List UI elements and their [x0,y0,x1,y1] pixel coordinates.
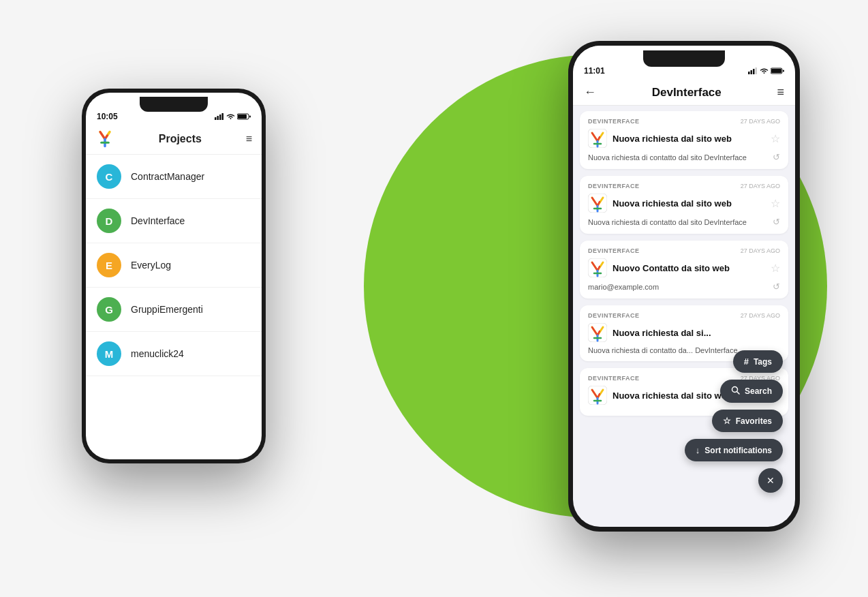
project-avatar-2: E [97,253,121,277]
list-item[interactable]: D DevInterface [86,199,262,243]
phone-right-screen: 11:01 [573,46,795,527]
notif-meta-2: DEVINTERFACE 27 DAYS AGO [588,247,780,254]
status-time-right: 11:01 [584,66,605,76]
fab-tags-label: Tags [754,357,772,367]
list-item[interactable]: E EveryLog [86,243,262,288]
star-icon: ☆ [723,416,731,426]
notif-title-2: Nuovo Contatto da sito web [613,263,765,273]
battery-icon-left [237,113,251,120]
list-item[interactable]: M menuclick24 [86,332,262,376]
search-icon [731,386,740,397]
fab-search-label: Search [745,386,772,396]
fab-favorites-button[interactable]: ☆ Favorites [712,410,783,432]
project-name-1: DevInterface [131,215,185,226]
app-logo-icon-left [95,129,114,149]
notif-time-0: 27 DAYS AGO [741,118,780,125]
phone-left-screen: 10:05 [86,93,262,459]
notif-title-1: Nuova richiesta dal sito web [613,198,765,209]
fab-close-button[interactable]: ✕ [758,468,783,493]
svg-rect-6 [249,116,251,118]
header-title-right: DevInterface [652,86,722,99]
svg-rect-14 [783,70,784,72]
back-button[interactable]: ← [584,85,596,99]
notif-main-0: Nuova richiesta dal sito web ☆ [588,129,780,148]
svg-line-21 [737,392,739,395]
tags-icon: # [744,356,749,367]
notif-source-1: DEVINTERFACE [588,183,640,189]
project-avatar-3: G [97,297,121,322]
notif-time-1: 27 DAYS AGO [741,183,780,189]
hamburger-left[interactable]: ≡ [246,133,252,145]
notification-card-2[interactable]: DEVINTERFACE 27 DAYS AGO Nuovo Contatto … [580,241,788,298]
notif-text-1: Nuova richiesta di contatto dal sito Dev… [588,218,773,226]
notif-main-1: Nuova richiesta dal sito web ☆ [588,194,780,213]
wifi-icon-right [760,67,769,74]
svg-rect-9 [751,70,753,74]
project-name-3: GruppiEmergenti [131,304,203,315]
list-item[interactable]: G GruppiEmergenti [86,288,262,332]
notification-card-1[interactable]: DEVINTERFACE 27 DAYS AGO Nuova richiesta… [580,176,788,234]
notif-time-3: 27 DAYS AGO [741,312,780,319]
notif-time-2: 27 DAYS AGO [741,247,780,254]
notif-star-2[interactable]: ☆ [771,262,780,275]
notif-star-1[interactable]: ☆ [771,197,780,210]
notif-logo-1 [588,194,607,213]
notif-main-2: Nuovo Contatto da sito web ☆ [588,258,780,277]
svg-rect-2 [219,114,221,120]
notif-logo-3 [588,323,607,342]
notif-main-3: Nuova richiesta dal si... [588,323,780,342]
notif-logo-2 [588,258,607,277]
notif-repeat-0[interactable]: ↺ [773,152,780,162]
header-title-left: Projects [159,133,202,145]
app-header-right: ← DevInterface ≡ [573,78,795,106]
signal-icon-right [748,67,758,74]
notif-title-0: Nuova richiesta dal sito web [613,134,765,144]
notif-body-1: Nuova richiesta di contatto dal sito Dev… [588,217,780,227]
notif-source-2: DEVINTERFACE [588,247,640,254]
notif-text-2: mario@example.com [588,283,773,291]
signal-icon-left [215,113,224,120]
notif-source-0: DEVINTERFACE [588,118,640,125]
notif-logo-4 [588,386,607,405]
notif-repeat-2[interactable]: ↺ [773,281,780,292]
phone-left: 10:05 [82,89,266,463]
list-item[interactable]: C ContractManager [86,155,262,199]
app-logo-left [95,129,114,149]
fab-menu: # Tags Search ☆ Favorites [685,350,783,493]
scene: 10:05 [0,0,868,597]
svg-rect-5 [238,114,247,119]
svg-rect-11 [756,67,758,74]
app-header-left: Projects ≡ [86,124,262,155]
notif-logo-0 [588,129,607,148]
fab-tags-button[interactable]: # Tags [733,350,783,373]
notif-star-0[interactable]: ☆ [771,132,780,145]
notif-body-2: mario@example.com ↺ [588,281,780,292]
close-icon: ✕ [766,475,775,486]
status-icons-right [748,67,784,74]
notification-card-0[interactable]: DEVINTERFACE 27 DAYS AGO Nuova richiesta… [580,111,788,169]
svg-rect-8 [748,72,750,74]
fab-favorites-label: Favorites [736,416,772,426]
notif-repeat-1[interactable]: ↺ [773,217,780,227]
fab-sort-button[interactable]: ↓ Sort notifications [685,439,783,461]
fab-search-button[interactable]: Search [720,380,783,403]
notif-source-3: DEVINTERFACE [588,312,640,319]
sort-icon: ↓ [696,445,700,455]
svg-rect-3 [222,113,224,120]
svg-rect-1 [217,116,219,120]
notif-meta-1: DEVINTERFACE 27 DAYS AGO [588,183,780,189]
menu-button-right[interactable]: ≡ [777,85,784,99]
status-time-left: 10:05 [97,112,118,121]
svg-rect-10 [753,69,755,74]
project-name-4: menuclick24 [131,348,184,359]
project-avatar-0: C [97,164,121,189]
project-list: C ContractManager D DevInterface E Every… [86,155,262,376]
notif-source-4: DEVINTERFACE [588,375,640,382]
notif-meta-0: DEVINTERFACE 27 DAYS AGO [588,118,780,125]
project-name-2: EveryLog [131,260,171,271]
notif-body-0: Nuova richiesta di contatto dal sito Dev… [588,152,780,162]
notif-text-0: Nuova richiesta di contatto dal sito Dev… [588,153,773,162]
fab-sort-label: Sort notifications [704,446,772,455]
svg-rect-13 [771,69,781,73]
battery-icon-right [771,67,784,74]
